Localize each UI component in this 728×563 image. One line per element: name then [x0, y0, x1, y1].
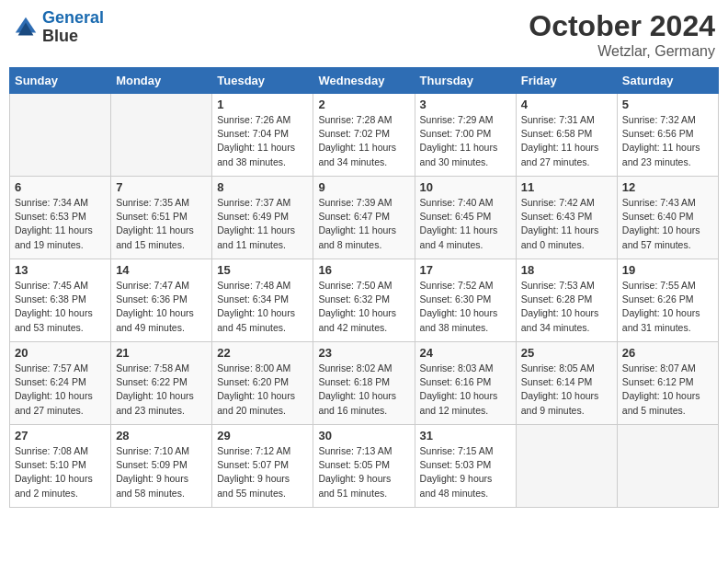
calendar-cell: 12Sunrise: 7:43 AM Sunset: 6:40 PM Dayli…	[617, 177, 718, 259]
calendar-cell: 5Sunrise: 7:32 AM Sunset: 6:56 PM Daylig…	[617, 94, 718, 177]
calendar-cell: 27Sunrise: 7:08 AM Sunset: 5:10 PM Dayli…	[10, 425, 111, 508]
week-row-3: 13Sunrise: 7:45 AM Sunset: 6:38 PM Dayli…	[10, 259, 719, 342]
day-number: 7	[116, 180, 207, 194]
day-number: 9	[318, 180, 409, 194]
calendar-cell: 21Sunrise: 7:58 AM Sunset: 6:22 PM Dayli…	[111, 342, 212, 425]
calendar-cell	[516, 425, 617, 508]
calendar-cell: 26Sunrise: 8:07 AM Sunset: 6:12 PM Dayli…	[617, 342, 718, 425]
day-info: Sunrise: 7:12 AM Sunset: 5:07 PM Dayligh…	[217, 444, 308, 500]
week-row-4: 20Sunrise: 7:57 AM Sunset: 6:24 PM Dayli…	[10, 342, 719, 425]
day-info: Sunrise: 7:28 AM Sunset: 7:02 PM Dayligh…	[318, 113, 409, 169]
day-info: Sunrise: 7:31 AM Sunset: 6:58 PM Dayligh…	[521, 113, 612, 169]
day-info: Sunrise: 7:53 AM Sunset: 6:28 PM Dayligh…	[521, 279, 612, 335]
day-number: 10	[420, 180, 511, 194]
day-number: 4	[521, 98, 612, 111]
weekday-header-sunday: Sunday	[10, 68, 111, 94]
day-info: Sunrise: 8:00 AM Sunset: 6:20 PM Dayligh…	[217, 362, 308, 418]
calendar-cell: 4Sunrise: 7:31 AM Sunset: 6:58 PM Daylig…	[516, 94, 617, 177]
location-title: Wetzlar, Germany	[529, 43, 715, 60]
day-info: Sunrise: 7:52 AM Sunset: 6:30 PM Dayligh…	[420, 279, 511, 335]
week-row-5: 27Sunrise: 7:08 AM Sunset: 5:10 PM Dayli…	[10, 425, 719, 508]
day-info: Sunrise: 7:34 AM Sunset: 6:53 PM Dayligh…	[15, 196, 106, 252]
day-number: 3	[420, 98, 511, 111]
weekday-header-row: SundayMondayTuesdayWednesdayThursdayFrid…	[10, 68, 719, 94]
day-info: Sunrise: 7:37 AM Sunset: 6:49 PM Dayligh…	[217, 196, 308, 252]
day-info: Sunrise: 7:35 AM Sunset: 6:51 PM Dayligh…	[116, 196, 207, 252]
calendar-cell: 16Sunrise: 7:50 AM Sunset: 6:32 PM Dayli…	[313, 259, 415, 342]
day-number: 27	[15, 429, 106, 442]
day-number: 25	[521, 346, 612, 360]
day-info: Sunrise: 7:50 AM Sunset: 6:32 PM Dayligh…	[318, 279, 409, 335]
day-number: 31	[420, 429, 511, 442]
week-row-1: 1Sunrise: 7:26 AM Sunset: 7:04 PM Daylig…	[10, 94, 719, 177]
calendar-cell: 22Sunrise: 8:00 AM Sunset: 6:20 PM Dayli…	[212, 342, 313, 425]
day-number: 21	[116, 346, 207, 360]
calendar-cell: 23Sunrise: 8:02 AM Sunset: 6:18 PM Dayli…	[313, 342, 415, 425]
calendar-cell: 18Sunrise: 7:53 AM Sunset: 6:28 PM Dayli…	[516, 259, 617, 342]
calendar-cell: 2Sunrise: 7:28 AM Sunset: 7:02 PM Daylig…	[313, 94, 415, 177]
weekday-header-thursday: Thursday	[415, 68, 516, 94]
day-number: 23	[318, 346, 409, 360]
calendar-cell: 6Sunrise: 7:34 AM Sunset: 6:53 PM Daylig…	[10, 177, 111, 259]
day-number: 30	[318, 429, 409, 442]
day-info: Sunrise: 7:26 AM Sunset: 7:04 PM Dayligh…	[217, 113, 308, 169]
calendar-cell: 20Sunrise: 7:57 AM Sunset: 6:24 PM Dayli…	[10, 342, 111, 425]
day-number: 22	[217, 346, 308, 360]
weekday-header-friday: Friday	[516, 68, 617, 94]
day-number: 20	[15, 346, 106, 360]
page-header: General Blue October 2024 Wetzlar, Germa…	[9, 9, 719, 60]
day-info: Sunrise: 8:07 AM Sunset: 6:12 PM Dayligh…	[622, 362, 713, 418]
week-row-2: 6Sunrise: 7:34 AM Sunset: 6:53 PM Daylig…	[10, 177, 719, 259]
logo-line2: Blue	[42, 28, 104, 46]
calendar-cell: 28Sunrise: 7:10 AM Sunset: 5:09 PM Dayli…	[111, 425, 212, 508]
day-info: Sunrise: 7:48 AM Sunset: 6:34 PM Dayligh…	[217, 279, 308, 335]
title-block: October 2024 Wetzlar, Germany	[529, 9, 715, 60]
day-number: 19	[622, 263, 713, 277]
calendar-cell: 11Sunrise: 7:42 AM Sunset: 6:43 PM Dayli…	[516, 177, 617, 259]
day-number: 16	[318, 263, 409, 277]
calendar-cell: 31Sunrise: 7:15 AM Sunset: 5:03 PM Dayli…	[415, 425, 516, 508]
day-number: 29	[217, 429, 308, 442]
calendar-cell: 9Sunrise: 7:39 AM Sunset: 6:47 PM Daylig…	[313, 177, 415, 259]
day-number: 6	[15, 180, 106, 194]
calendar-cell: 19Sunrise: 7:55 AM Sunset: 6:26 PM Dayli…	[617, 259, 718, 342]
day-number: 8	[217, 180, 308, 194]
calendar-table: SundayMondayTuesdayWednesdayThursdayFrid…	[9, 67, 719, 508]
day-info: Sunrise: 8:02 AM Sunset: 6:18 PM Dayligh…	[318, 362, 409, 418]
calendar-cell: 14Sunrise: 7:47 AM Sunset: 6:36 PM Dayli…	[111, 259, 212, 342]
calendar-cell: 10Sunrise: 7:40 AM Sunset: 6:45 PM Dayli…	[415, 177, 516, 259]
calendar-cell: 30Sunrise: 7:13 AM Sunset: 5:05 PM Dayli…	[313, 425, 415, 508]
calendar-cell: 15Sunrise: 7:48 AM Sunset: 6:34 PM Dayli…	[212, 259, 313, 342]
day-info: Sunrise: 8:03 AM Sunset: 6:16 PM Dayligh…	[420, 362, 511, 418]
calendar-cell: 24Sunrise: 8:03 AM Sunset: 6:16 PM Dayli…	[415, 342, 516, 425]
logo-icon	[13, 15, 39, 40]
day-info: Sunrise: 7:10 AM Sunset: 5:09 PM Dayligh…	[116, 444, 207, 500]
calendar-cell: 17Sunrise: 7:52 AM Sunset: 6:30 PM Dayli…	[415, 259, 516, 342]
calendar-cell	[111, 94, 212, 177]
day-info: Sunrise: 7:08 AM Sunset: 5:10 PM Dayligh…	[15, 444, 106, 500]
day-info: Sunrise: 7:47 AM Sunset: 6:36 PM Dayligh…	[116, 279, 207, 335]
day-number: 18	[521, 263, 612, 277]
day-number: 13	[15, 263, 106, 277]
calendar-cell: 13Sunrise: 7:45 AM Sunset: 6:38 PM Dayli…	[10, 259, 111, 342]
day-info: Sunrise: 7:42 AM Sunset: 6:43 PM Dayligh…	[521, 196, 612, 252]
day-number: 12	[622, 180, 713, 194]
day-number: 24	[420, 346, 511, 360]
day-info: Sunrise: 7:15 AM Sunset: 5:03 PM Dayligh…	[420, 444, 511, 500]
day-number: 1	[217, 98, 308, 111]
calendar-cell: 3Sunrise: 7:29 AM Sunset: 7:00 PM Daylig…	[415, 94, 516, 177]
day-info: Sunrise: 7:29 AM Sunset: 7:00 PM Dayligh…	[420, 113, 511, 169]
calendar-cell: 29Sunrise: 7:12 AM Sunset: 5:07 PM Dayli…	[212, 425, 313, 508]
calendar-cell	[10, 94, 111, 177]
day-info: Sunrise: 7:45 AM Sunset: 6:38 PM Dayligh…	[15, 279, 106, 335]
day-number: 14	[116, 263, 207, 277]
day-number: 5	[622, 98, 713, 111]
calendar-cell: 25Sunrise: 8:05 AM Sunset: 6:14 PM Dayli…	[516, 342, 617, 425]
day-info: Sunrise: 7:43 AM Sunset: 6:40 PM Dayligh…	[622, 196, 713, 252]
day-number: 15	[217, 263, 308, 277]
day-info: Sunrise: 7:58 AM Sunset: 6:22 PM Dayligh…	[116, 362, 207, 418]
day-number: 17	[420, 263, 511, 277]
day-number: 11	[521, 180, 612, 194]
logo-text: General Blue	[42, 9, 104, 46]
calendar-cell: 8Sunrise: 7:37 AM Sunset: 6:49 PM Daylig…	[212, 177, 313, 259]
